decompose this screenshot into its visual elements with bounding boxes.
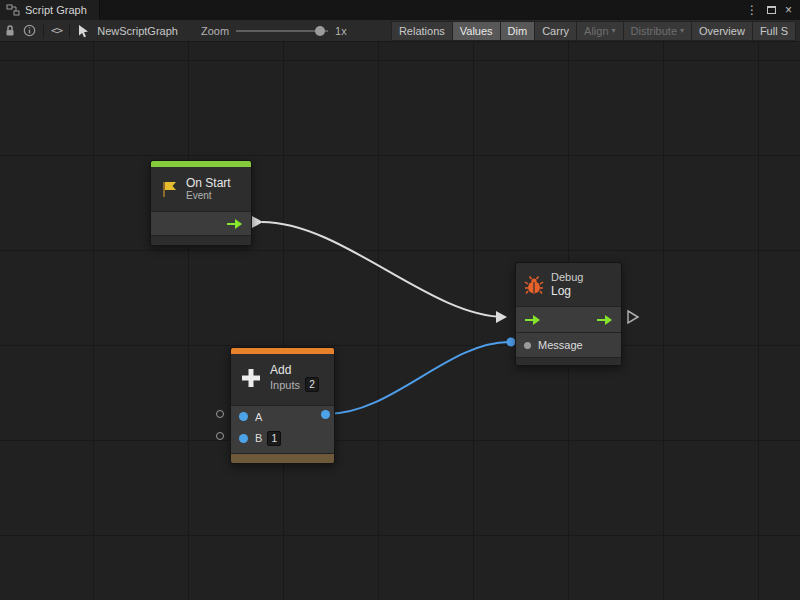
flow-output-port-icon[interactable] (596, 314, 613, 326)
flow-output-port-icon[interactable] (226, 218, 243, 230)
port-row-b: B 1 (231, 427, 334, 453)
flag-icon (159, 179, 179, 199)
value-input-port-b[interactable] (239, 434, 248, 443)
unconnected-flow-stub-icon[interactable] (628, 311, 638, 323)
flow-wire-start-arrow-icon (252, 216, 263, 228)
menu-icon[interactable]: ⋮ (746, 0, 758, 20)
value-wire-add-to-message[interactable] (327, 342, 509, 414)
flow-port-row (151, 211, 251, 235)
inputs-count-field[interactable]: 2 (305, 377, 319, 392)
close-icon[interactable]: × (785, 0, 792, 20)
flow-wire-onstart-to-log[interactable] (262, 222, 505, 317)
zoom-slider-handle[interactable] (315, 26, 325, 36)
node-title: Log (551, 284, 583, 298)
plus-icon (239, 366, 263, 390)
toolbar-separator (43, 24, 44, 38)
flow-input-port-icon[interactable] (524, 314, 541, 326)
carry-button[interactable]: Carry (534, 21, 576, 41)
chevron-down-icon: ▾ (612, 26, 616, 35)
node-subtitle: Event (186, 190, 231, 202)
graph-canvas[interactable]: On Start Event (0, 42, 800, 600)
message-port-row: Message (516, 332, 621, 357)
port-row-a: A (231, 405, 334, 427)
align-label: Align (584, 25, 608, 37)
toolbar-separator (69, 24, 70, 38)
inputs-label: Inputs (270, 379, 300, 391)
wires-layer (0, 42, 800, 600)
dim-button[interactable]: Dim (500, 21, 535, 41)
debug-log-node[interactable]: Debug Log Message (515, 262, 622, 366)
port-b-value-field[interactable]: 1 (267, 431, 281, 446)
node-category: Debug (551, 271, 583, 284)
fullscreen-button[interactable]: Full S (752, 21, 796, 41)
node-title: On Start (186, 176, 231, 190)
maximize-icon[interactable] (767, 6, 776, 14)
add-node[interactable]: Add Inputs 2 A B 1 (230, 347, 335, 464)
graph-asset-icon (77, 24, 90, 38)
distribute-label: Distribute (631, 25, 677, 37)
script-graph-icon (6, 4, 20, 16)
message-input-port[interactable] (524, 342, 531, 349)
node-title: Add (270, 363, 319, 377)
flow-wire-end-arrow-icon (496, 311, 507, 323)
unconnected-value-stub-icon[interactable] (216, 432, 224, 440)
window-controls: ⋮ × (746, 0, 800, 20)
lock-icon[interactable] (4, 24, 16, 37)
port-label: B (255, 432, 262, 444)
tab-title: Script Graph (25, 4, 87, 16)
info-icon[interactable] (23, 24, 36, 37)
titlebar: Script Graph ⋮ × (0, 0, 800, 20)
node-footer (516, 357, 621, 365)
node-footer (231, 453, 334, 463)
distribute-button[interactable]: Distribute ▾ (623, 21, 691, 41)
graph-toolbar: <> NewScriptGraph Zoom 1x Relations Valu… (0, 20, 800, 42)
flow-port-row (516, 306, 621, 332)
code-icon[interactable]: <> (51, 24, 62, 37)
toolbar-buttons: Relations Values Dim Carry Align ▾ Distr… (391, 21, 796, 41)
overview-button[interactable]: Overview (691, 21, 752, 41)
zoom-slider[interactable] (236, 26, 328, 36)
port-label: A (255, 411, 262, 423)
relations-button[interactable]: Relations (391, 21, 452, 41)
on-start-node[interactable]: On Start Event (150, 160, 252, 246)
node-footer (151, 235, 251, 245)
zoom-label: Zoom (201, 25, 229, 37)
port-label: Message (538, 339, 583, 351)
graph-name-label[interactable]: NewScriptGraph (97, 25, 178, 37)
chevron-down-icon: ▾ (680, 26, 684, 35)
unity-script-graph-window: Script Graph ⋮ × <> NewScriptGraph Zoom (0, 0, 800, 600)
zoom-value: 1x (335, 25, 347, 37)
bug-icon (524, 275, 544, 295)
align-button[interactable]: Align ▾ (576, 21, 622, 41)
value-input-port-a[interactable] (239, 412, 248, 421)
values-button[interactable]: Values (452, 21, 500, 41)
value-output-port[interactable] (321, 410, 330, 419)
tab-script-graph[interactable]: Script Graph (0, 0, 100, 20)
unconnected-value-stub-icon[interactable] (216, 410, 224, 418)
